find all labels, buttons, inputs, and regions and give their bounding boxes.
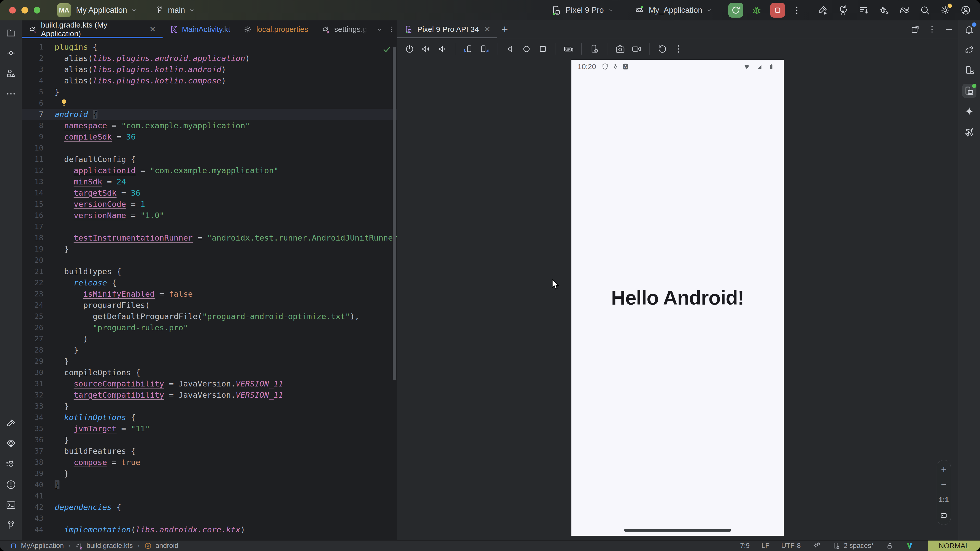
encoding-widget[interactable]: UTF-8 [781, 542, 801, 550]
code-line[interactable]: 17 [22, 221, 397, 232]
close-tab-icon[interactable]: ✕ [150, 25, 156, 34]
code-line[interactable]: 29 } [22, 356, 397, 367]
tab-local-properties[interactable]: local.properties [237, 21, 315, 38]
power-icon[interactable] [402, 42, 417, 56]
line-ending-widget[interactable]: LF [762, 542, 770, 550]
inspections-ok-icon[interactable] [382, 45, 391, 54]
close-window-button[interactable] [9, 7, 16, 14]
profiler-cat-icon[interactable] [4, 457, 18, 472]
lock-open-icon[interactable] [886, 542, 894, 550]
run-configuration-selector[interactable]: My_Application [633, 4, 713, 16]
breadcrumb-file[interactable]: K build.gradle.kts [75, 542, 133, 550]
code-line[interactable]: 27 ) [22, 333, 397, 345]
rotate-right-icon[interactable] [477, 42, 492, 56]
code-line[interactable]: 21 buildTypes { [22, 266, 397, 277]
sync-project-icon[interactable] [898, 3, 911, 17]
code-line[interactable]: 25 getDefaultProguardFile("proguard-andr… [22, 311, 397, 322]
version-control-icon[interactable] [4, 518, 18, 533]
running-devices-icon[interactable] [962, 84, 977, 98]
code-line[interactable]: 13 minSdk = 24 [22, 176, 397, 187]
build-hammer-icon[interactable] [4, 416, 18, 430]
code-line[interactable]: 19 } [22, 243, 397, 254]
code-line[interactable]: 8 namespace = "com.example.myapplication… [22, 120, 397, 131]
vcs-branch-selector[interactable]: main [155, 6, 195, 15]
notifications-bell-icon[interactable] [962, 22, 977, 37]
overview-icon[interactable] [536, 42, 550, 56]
code-line[interactable]: 22 release { [22, 277, 397, 288]
code-line[interactable]: 39 } [22, 468, 397, 479]
more-run-options-kebab-icon[interactable] [792, 3, 802, 17]
code-line[interactable]: 33 } [22, 400, 397, 412]
zoom-reset-button[interactable]: 1:1 [939, 496, 948, 504]
code-line[interactable]: 12 applicationId = "com.example.myapplic… [22, 165, 397, 176]
attach-debugger-icon[interactable] [877, 3, 891, 17]
code-line[interactable]: 11 defaultConfig { [22, 154, 397, 165]
zoom-in-button[interactable]: + [941, 465, 947, 473]
device-tab[interactable]: Pixel 9 Pro API 34 ✕ [397, 21, 497, 38]
device-selector[interactable]: Pixel 9 Pro [551, 5, 614, 16]
code-line[interactable]: 26 "proguard-rules.pro" [22, 322, 397, 333]
settings-icon[interactable] [939, 3, 952, 17]
volume-down-icon[interactable] [435, 42, 449, 56]
home-icon[interactable] [519, 42, 534, 56]
code-line[interactable]: 10 [22, 142, 397, 154]
code-line[interactable]: 32 targetCompatibility = JavaVersion.VER… [22, 389, 397, 400]
code-line[interactable]: 42dependencies { [22, 502, 397, 513]
code-line[interactable]: 18 testInstrumentationRunner = "androidx… [22, 232, 397, 243]
code-line[interactable]: 3 alias(libs.plugins.kotlin.android) [22, 64, 397, 75]
quality-insights-gem-icon[interactable] [4, 437, 18, 451]
stop-button[interactable] [770, 3, 785, 17]
back-icon[interactable] [503, 42, 517, 56]
code-line[interactable]: 31 sourceCompatibility = JavaVersion.VER… [22, 378, 397, 389]
add-device-tab-button[interactable]: + [497, 21, 512, 38]
code-line[interactable]: 34 kotlinOptions { [22, 412, 397, 423]
code-line[interactable]: 4 alias(libs.plugins.kotlin.compose) [22, 75, 397, 86]
ai-assistant-off-icon[interactable] [813, 542, 821, 550]
code-line[interactable]: 35 jvmTarget = "11" [22, 423, 397, 434]
code-line[interactable]: 38 compose = true [22, 457, 397, 468]
device-settings-icon[interactable] [587, 42, 601, 56]
code-line[interactable]: 7android { [22, 109, 397, 120]
code-line[interactable]: 43 [22, 513, 397, 524]
code-line[interactable]: 36 } [22, 434, 397, 445]
commit-icon[interactable] [4, 46, 18, 60]
vim-mode-badge[interactable]: NORMAL [928, 540, 980, 551]
ideavim-icon[interactable] [905, 542, 914, 550]
code-line[interactable]: 30 compileOptions { [22, 367, 397, 378]
kebab-icon[interactable] [671, 42, 686, 56]
quickfix-bulb-icon[interactable] [59, 98, 68, 107]
airplane-icon[interactable] [962, 124, 977, 139]
terminal-icon[interactable] [4, 498, 18, 512]
tab-mainactivity[interactable]: MainActivity.kt [162, 21, 237, 38]
hide-panel-icon[interactable] [944, 25, 953, 34]
indent-widget[interactable]: 2 spaces* [832, 542, 874, 550]
code-line[interactable]: 24 proguardFiles( [22, 300, 397, 311]
code-line[interactable]: 41 [22, 490, 397, 502]
code-line[interactable]: 37 buildFeatures { [22, 445, 397, 457]
code-line[interactable]: 5} [22, 86, 397, 97]
code-line[interactable]: 14 targetSdk = 36 [22, 187, 397, 198]
close-device-tab-icon[interactable]: ✕ [484, 25, 490, 34]
code-line[interactable]: 28 } [22, 345, 397, 356]
tab-settings-gradle[interactable]: K settings.g [315, 21, 374, 38]
search-icon[interactable] [918, 3, 932, 17]
home-indicator[interactable] [624, 529, 731, 532]
open-in-window-icon[interactable] [911, 25, 920, 34]
tab-options-kebab-icon[interactable] [385, 21, 397, 38]
zoom-window-button[interactable] [34, 7, 40, 14]
build-hammer-run-icon[interactable] [816, 3, 829, 17]
hidden-tabs-chevron-icon[interactable] [374, 21, 385, 38]
emulator-screen[interactable]: 10:20 A Hello Android! [571, 60, 784, 536]
editor-scrollbar[interactable] [393, 47, 396, 380]
code-line[interactable]: 20 [22, 254, 397, 266]
code-line[interactable]: 15 versionCode = 1 [22, 198, 397, 210]
code-line[interactable]: 23 isMinifyEnabled = false [22, 288, 397, 300]
code-line[interactable]: 40} [22, 479, 397, 490]
code-line[interactable]: 6 [22, 97, 397, 109]
debug-button[interactable] [750, 3, 764, 17]
gemini-sparkle-icon[interactable] [962, 104, 977, 118]
code-line[interactable]: 1plugins { [22, 41, 397, 52]
rotate-left-icon[interactable] [461, 42, 475, 56]
panel-options-kebab-icon[interactable] [928, 25, 937, 34]
screenshot-camera-icon[interactable] [613, 42, 627, 56]
